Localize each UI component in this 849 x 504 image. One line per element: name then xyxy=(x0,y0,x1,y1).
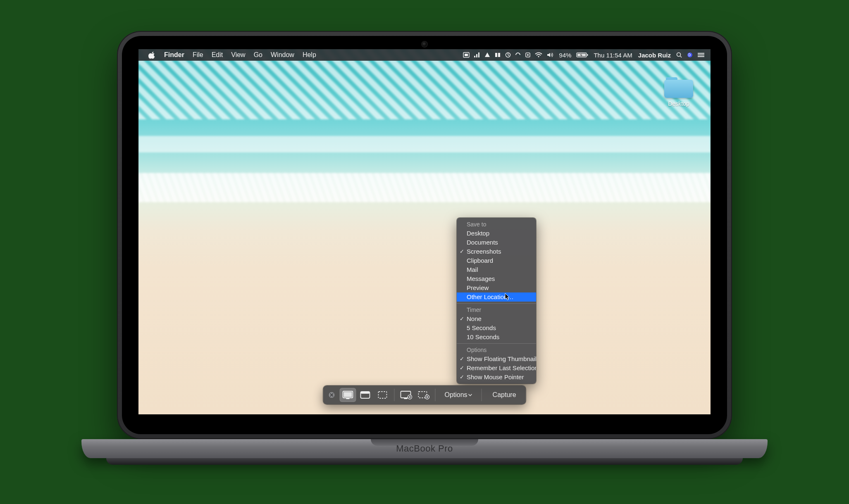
screenshot-options-menu: Save to DesktopDocuments✓ScreenshotsClip… xyxy=(457,218,536,384)
capture-button[interactable]: Capture xyxy=(487,388,522,402)
toolbar-separator xyxy=(394,389,394,401)
apple-menu[interactable] xyxy=(144,49,160,61)
menu-edit[interactable]: Edit xyxy=(207,49,227,61)
record-entire-screen-icon xyxy=(400,390,412,399)
options-button-label: Options xyxy=(444,391,467,399)
battery-icon[interactable] xyxy=(576,52,589,58)
menu-view[interactable]: View xyxy=(227,49,249,61)
svg-rect-27 xyxy=(404,398,407,399)
timer-item-label: 5 Seconds xyxy=(467,324,496,331)
timer-item-label: 10 Seconds xyxy=(467,333,499,340)
check-icon: ✓ xyxy=(460,248,464,255)
save-to-item-label: Desktop xyxy=(467,230,489,237)
save-to-item-label: Documents xyxy=(467,239,498,246)
options-section-timer-title: Timer xyxy=(457,305,536,314)
menu-extra-icon[interactable] xyxy=(484,52,490,58)
svg-point-15 xyxy=(687,52,692,57)
svg-rect-4 xyxy=(478,52,479,57)
check-icon: ✓ xyxy=(460,364,464,372)
svg-rect-3 xyxy=(476,54,477,57)
svg-rect-16 xyxy=(698,53,704,54)
record-selected-portion-button[interactable] xyxy=(415,388,432,402)
save-to-item[interactable]: Messages xyxy=(457,274,536,283)
menu-extra-icon[interactable] xyxy=(525,52,531,58)
option-item-label: Show Mouse Pointer xyxy=(467,373,524,380)
menu-window[interactable]: Window xyxy=(267,49,298,61)
desktop-folder[interactable]: Desktop xyxy=(660,77,697,107)
options-section-options-title: Options xyxy=(457,345,536,354)
spotlight-icon[interactable] xyxy=(676,52,682,58)
capture-entire-screen-button[interactable] xyxy=(339,388,356,402)
timer-item[interactable]: ✓None xyxy=(457,314,536,323)
option-item[interactable]: ✓Show Mouse Pointer xyxy=(457,373,536,382)
svg-rect-2 xyxy=(474,56,475,57)
capture-selected-portion-icon xyxy=(377,390,388,399)
save-to-item[interactable]: Preview xyxy=(457,283,536,292)
save-to-item[interactable]: Desktop xyxy=(457,229,536,238)
check-icon: ✓ xyxy=(460,355,464,363)
svg-point-9 xyxy=(527,54,529,56)
option-item[interactable]: ✓Show Floating Thumbnail xyxy=(457,354,536,364)
svg-rect-22 xyxy=(346,398,349,399)
menubar-user[interactable]: Jacob Ruiz xyxy=(637,52,672,59)
check-icon: ✓ xyxy=(460,373,464,381)
menu-file[interactable]: File xyxy=(188,49,207,61)
record-selected-portion-icon xyxy=(417,390,429,399)
close-icon xyxy=(328,392,335,398)
menubar-status: 94% Thu 11:54 AM Jacob Ruiz xyxy=(463,52,705,59)
menu-extra-icon[interactable] xyxy=(463,52,470,58)
svg-point-10 xyxy=(538,56,539,57)
close-button[interactable] xyxy=(327,390,336,399)
menubar-clock[interactable]: Thu 11:54 AM xyxy=(593,52,633,59)
save-to-item-label: Preview xyxy=(467,284,489,291)
screen: Finder File Edit View Go Window Help xyxy=(138,49,711,414)
option-item[interactable]: ✓Remember Last Selection xyxy=(457,364,536,373)
svg-rect-25 xyxy=(378,392,386,398)
svg-rect-5 xyxy=(495,53,497,57)
menubar: Finder File Edit View Go Window Help xyxy=(138,49,711,61)
save-to-item-label: Other Location… xyxy=(467,293,513,300)
menu-help[interactable]: Help xyxy=(298,49,320,61)
svg-rect-21 xyxy=(343,392,352,397)
menu-extra-icon[interactable] xyxy=(515,52,521,58)
laptop-lid: Finder File Edit View Go Window Help xyxy=(117,31,732,439)
menu-extra-icon[interactable] xyxy=(494,52,501,58)
options-section-saveto-title: Save to xyxy=(457,220,536,229)
capture-selected-window-icon xyxy=(359,390,371,399)
svg-point-32 xyxy=(426,396,428,398)
volume-icon[interactable] xyxy=(546,52,554,58)
siri-icon[interactable] xyxy=(687,52,693,58)
svg-point-14 xyxy=(677,53,681,57)
svg-rect-6 xyxy=(498,53,500,57)
app-name[interactable]: Finder xyxy=(160,49,188,61)
save-to-item-label: Messages xyxy=(467,275,495,282)
save-to-item-label: Screenshots xyxy=(467,248,501,255)
timer-item[interactable]: 5 Seconds xyxy=(457,323,536,333)
timer-item[interactable]: 10 Seconds xyxy=(457,333,536,342)
svg-rect-18 xyxy=(698,56,704,57)
apple-logo-icon xyxy=(148,51,156,59)
option-item-label: Remember Last Selection xyxy=(467,364,536,371)
save-to-item[interactable]: Clipboard xyxy=(457,256,536,265)
menu-extra-icon[interactable] xyxy=(474,52,480,58)
save-to-item[interactable]: Mail xyxy=(457,265,536,274)
capture-selected-portion-button[interactable] xyxy=(374,388,391,402)
options-button[interactable]: Options xyxy=(439,388,478,402)
save-to-item[interactable]: ✓Screenshots xyxy=(457,247,536,256)
folder-icon xyxy=(664,77,693,98)
wifi-icon[interactable] xyxy=(535,52,542,58)
capture-entire-screen-icon xyxy=(342,390,353,399)
notification-center-icon[interactable] xyxy=(697,52,705,58)
battery-percent[interactable]: 94% xyxy=(558,52,572,59)
capture-selected-window-button[interactable] xyxy=(357,388,373,402)
menu-go[interactable]: Go xyxy=(250,49,267,61)
record-entire-screen-button[interactable] xyxy=(398,388,414,402)
save-to-item[interactable]: Other Location… xyxy=(457,292,536,302)
svg-rect-17 xyxy=(698,55,704,55)
webcam-dot xyxy=(422,42,427,47)
save-to-item[interactable]: Documents xyxy=(457,238,536,247)
save-to-item-label: Clipboard xyxy=(467,257,493,264)
desktop-wallpaper xyxy=(138,49,711,414)
menu-extra-icon[interactable] xyxy=(505,52,511,58)
toolbar-separator xyxy=(482,389,482,401)
